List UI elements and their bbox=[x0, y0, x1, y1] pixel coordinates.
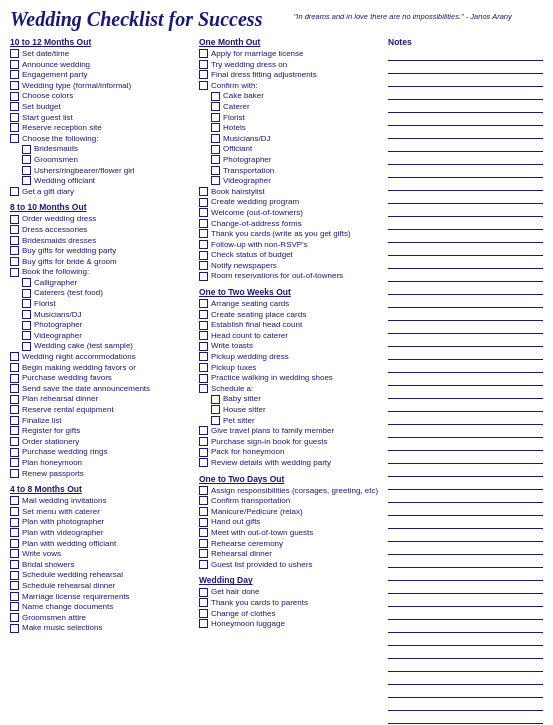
checkbox[interactable] bbox=[10, 384, 19, 393]
checkbox[interactable] bbox=[10, 81, 19, 90]
checkbox[interactable] bbox=[199, 272, 208, 281]
checkbox[interactable] bbox=[10, 134, 19, 143]
checkbox[interactable] bbox=[10, 539, 19, 548]
checkbox[interactable] bbox=[211, 102, 220, 111]
checkbox[interactable] bbox=[211, 134, 220, 143]
checkbox[interactable] bbox=[211, 395, 220, 404]
checkbox[interactable] bbox=[199, 458, 208, 467]
checkbox[interactable] bbox=[22, 310, 31, 319]
checkbox[interactable] bbox=[10, 416, 19, 425]
checkbox[interactable] bbox=[199, 374, 208, 383]
checkbox[interactable] bbox=[10, 187, 19, 196]
checkbox[interactable] bbox=[10, 426, 19, 435]
checkbox[interactable] bbox=[199, 70, 208, 79]
checkbox[interactable] bbox=[10, 560, 19, 569]
checkbox[interactable] bbox=[199, 486, 208, 495]
checkbox[interactable] bbox=[199, 229, 208, 238]
checkbox[interactable] bbox=[211, 405, 220, 414]
checkbox[interactable] bbox=[199, 261, 208, 270]
checkbox[interactable] bbox=[199, 560, 208, 569]
checkbox[interactable] bbox=[22, 155, 31, 164]
checkbox[interactable] bbox=[211, 145, 220, 154]
checkbox[interactable] bbox=[199, 81, 208, 90]
checkbox[interactable] bbox=[199, 321, 208, 330]
checkbox[interactable] bbox=[199, 437, 208, 446]
checkbox[interactable] bbox=[211, 113, 220, 122]
checkbox[interactable] bbox=[22, 321, 31, 330]
checkbox[interactable] bbox=[199, 507, 208, 516]
checkbox[interactable] bbox=[211, 123, 220, 132]
checkbox[interactable] bbox=[199, 251, 208, 260]
checkbox[interactable] bbox=[22, 342, 31, 351]
checkbox[interactable] bbox=[10, 352, 19, 361]
checkbox[interactable] bbox=[10, 437, 19, 446]
checkbox[interactable] bbox=[10, 257, 19, 266]
checkbox[interactable] bbox=[211, 176, 220, 185]
checkbox[interactable] bbox=[199, 208, 208, 217]
checkbox[interactable] bbox=[10, 592, 19, 601]
checkbox[interactable] bbox=[199, 609, 208, 618]
checkbox[interactable] bbox=[211, 166, 220, 175]
checkbox[interactable] bbox=[199, 588, 208, 597]
checkbox[interactable] bbox=[10, 602, 19, 611]
checkbox[interactable] bbox=[199, 331, 208, 340]
checkbox[interactable] bbox=[199, 528, 208, 537]
checkbox[interactable] bbox=[199, 310, 208, 319]
checkbox[interactable] bbox=[10, 448, 19, 457]
checkbox[interactable] bbox=[211, 416, 220, 425]
checkbox[interactable] bbox=[10, 507, 19, 516]
checkbox[interactable] bbox=[211, 155, 220, 164]
checkbox[interactable] bbox=[10, 363, 19, 372]
checkbox[interactable] bbox=[10, 528, 19, 537]
checkbox[interactable] bbox=[10, 374, 19, 383]
checkbox[interactable] bbox=[199, 299, 208, 308]
checkbox[interactable] bbox=[199, 363, 208, 372]
checkbox[interactable] bbox=[199, 187, 208, 196]
checkbox[interactable] bbox=[10, 496, 19, 505]
checkbox[interactable] bbox=[10, 395, 19, 404]
checkbox[interactable] bbox=[10, 113, 19, 122]
checkbox[interactable] bbox=[199, 549, 208, 558]
checkbox[interactable] bbox=[199, 426, 208, 435]
checkbox[interactable] bbox=[10, 246, 19, 255]
checkbox[interactable] bbox=[10, 458, 19, 467]
checkbox[interactable] bbox=[199, 240, 208, 249]
checkbox[interactable] bbox=[10, 469, 19, 478]
checkbox[interactable] bbox=[22, 166, 31, 175]
checkbox[interactable] bbox=[10, 405, 19, 414]
checkbox[interactable] bbox=[22, 331, 31, 340]
checkbox[interactable] bbox=[199, 518, 208, 527]
checkbox[interactable] bbox=[22, 278, 31, 287]
checkbox[interactable] bbox=[10, 49, 19, 58]
checkbox[interactable] bbox=[10, 518, 19, 527]
checkbox[interactable] bbox=[199, 598, 208, 607]
checkbox[interactable] bbox=[22, 176, 31, 185]
checkbox[interactable] bbox=[10, 225, 19, 234]
checkbox[interactable] bbox=[22, 289, 31, 298]
checkbox[interactable] bbox=[22, 299, 31, 308]
checkbox[interactable] bbox=[10, 613, 19, 622]
checkbox[interactable] bbox=[199, 384, 208, 393]
checkbox[interactable] bbox=[10, 571, 19, 580]
checkbox[interactable] bbox=[10, 268, 19, 277]
checkbox[interactable] bbox=[199, 198, 208, 207]
checkbox[interactable] bbox=[199, 352, 208, 361]
checkbox[interactable] bbox=[10, 215, 19, 224]
checkbox[interactable] bbox=[199, 60, 208, 69]
checkbox[interactable] bbox=[10, 123, 19, 132]
checkbox[interactable] bbox=[10, 92, 19, 101]
checkbox[interactable] bbox=[10, 70, 19, 79]
checkbox[interactable] bbox=[10, 102, 19, 111]
checkbox[interactable] bbox=[199, 539, 208, 548]
checkbox[interactable] bbox=[199, 448, 208, 457]
checkbox[interactable] bbox=[10, 236, 19, 245]
checkbox[interactable] bbox=[10, 624, 19, 633]
checkbox[interactable] bbox=[199, 619, 208, 628]
checkbox[interactable] bbox=[22, 145, 31, 154]
checkbox[interactable] bbox=[199, 49, 208, 58]
checkbox[interactable] bbox=[10, 581, 19, 590]
checkbox[interactable] bbox=[199, 342, 208, 351]
checkbox[interactable] bbox=[199, 219, 208, 228]
checkbox[interactable] bbox=[211, 92, 220, 101]
checkbox[interactable] bbox=[199, 496, 208, 505]
